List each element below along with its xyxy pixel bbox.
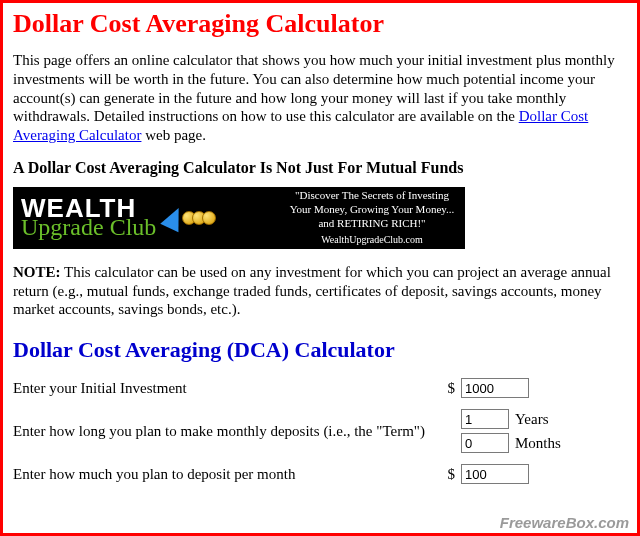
banner-tagline: "Discover The Secrets of Investing Your … [287, 189, 457, 246]
arrow-up-icon [161, 204, 188, 232]
coins-icon [186, 211, 216, 225]
intro-text-2: web page. [141, 127, 206, 143]
banner-brand-bottom: Upgrade Club [21, 217, 156, 239]
input-term-years[interactable] [461, 409, 509, 429]
section-heading: Dollar Cost Averaging (DCA) Calculator [13, 337, 627, 363]
unit-years: Years [515, 411, 548, 428]
intro-paragraph: This page offers an online calculator th… [13, 51, 627, 145]
input-initial-investment[interactable] [461, 378, 529, 398]
label-term: Enter how long you plan to make monthly … [13, 423, 443, 440]
note-body: This calculator can be used on any inves… [13, 264, 611, 318]
banner-tagline-text: "Discover The Secrets of Investing Your … [287, 189, 457, 230]
unit-months: Months [515, 435, 561, 452]
watermark: FreewareBox.com [500, 514, 629, 531]
note-label: NOTE: [13, 264, 61, 280]
label-initial-investment: Enter your Initial Investment [13, 380, 443, 397]
note-paragraph: NOTE: This calculator can be used on any… [13, 263, 627, 319]
subheading: A Dollar Cost Averaging Calculator Is No… [13, 159, 627, 177]
banner-ad[interactable]: WEALTH Upgrade Club "Discover The Secret… [13, 187, 465, 249]
banner-brand: WEALTH Upgrade Club [21, 197, 156, 239]
row-monthly-deposit: Enter how much you plan to deposit per m… [13, 463, 627, 485]
label-monthly-deposit: Enter how much you plan to deposit per m… [13, 466, 443, 483]
page-frame: Dollar Cost Averaging Calculator This pa… [0, 0, 640, 536]
currency-symbol: $ [443, 466, 455, 483]
currency-symbol: $ [443, 380, 455, 397]
page-title: Dollar Cost Averaging Calculator [13, 9, 627, 39]
row-initial-investment: Enter your Initial Investment $ [13, 377, 627, 399]
input-term-months[interactable] [461, 433, 509, 453]
banner-site: WealthUpgradeClub.com [287, 234, 457, 247]
row-term: Enter how long you plan to make monthly … [13, 409, 627, 453]
banner-graphic [164, 207, 216, 229]
input-monthly-deposit[interactable] [461, 464, 529, 484]
